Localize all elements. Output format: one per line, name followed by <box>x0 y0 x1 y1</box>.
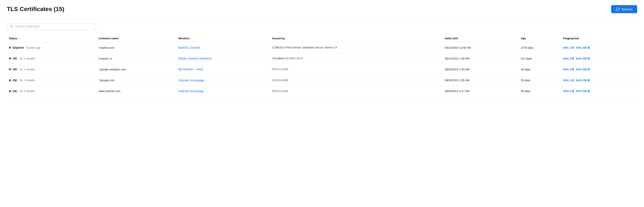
age-cell: 317 days <box>518 53 561 64</box>
sha256-copy-icon[interactable]: ⎘ <box>588 89 590 93</box>
monitor-link[interactable]: BadSSL Expired <box>178 46 200 49</box>
table-header-row: Status ↑ Common name Monitors Issued by … <box>7 34 637 42</box>
valid-until-cell: 08/30/2021 2:35 AM <box>442 75 518 86</box>
col-age: Age <box>518 34 561 42</box>
sha1-copy-icon[interactable]: ⎘ <box>572 57 574 60</box>
header-row: TLS Certificates (15) Refresh <box>7 5 637 13</box>
issued-by-cell: GTS CA 1O1 <box>270 75 442 86</box>
age-cell: 28 days <box>518 64 561 75</box>
monitor-link[interactable]: Android Homepage <box>178 89 204 93</box>
status-time: 6 years ago <box>26 46 40 49</box>
sha256-label: SHA 256 <box>576 46 587 49</box>
issued-by-cell: Cloudflare Inc ECC CA-3 <box>270 53 442 64</box>
sha1-label: SHA 1 <box>563 79 571 82</box>
sha256-label: SHA 256 <box>576 68 587 71</box>
certificates-table-container: Status ↑ Common name Monitors Issued by … <box>7 34 637 97</box>
col-fingerprints: Fingerprints <box>561 34 637 42</box>
col-issued-by: Issued by <box>270 34 442 42</box>
refresh-button[interactable]: Refresh <box>611 5 637 13</box>
fingerprint-cell: SHA 1 ⎘ SHA 256 ⎘ <box>563 79 635 82</box>
sha256-link[interactable]: SHA 256 ⎘ <box>576 57 589 60</box>
status-cell: OK for 2 months <box>9 89 94 93</box>
col-monitors: Monitors <box>176 34 270 42</box>
valid-until-cell: 04/13/2015 12:59 AM <box>442 42 518 53</box>
sha1-link[interactable]: SHA 1 ⎘ <box>563 79 574 82</box>
certificates-table: Status ↑ Common name Monitors Issued by … <box>7 34 637 97</box>
sha256-copy-icon[interactable]: ⎘ <box>588 46 590 49</box>
page-container: TLS Certificates (15) Refresh <box>0 0 644 102</box>
sha256-label: SHA 256 <box>576 57 587 60</box>
common-name-cell: *.google.com <box>96 75 176 86</box>
sha1-link[interactable]: SHA 1 ⎘ <box>563 46 574 49</box>
sha1-copy-icon[interactable]: ⎘ <box>572 46 574 49</box>
sha256-copy-icon[interactable]: ⎘ <box>588 68 590 71</box>
monitor-link[interactable]: Youtube Homepage <box>178 79 204 82</box>
status-time: for 2 months <box>20 68 35 71</box>
sha1-link[interactable]: SHA 1 ⎘ <box>563 57 574 60</box>
sha1-label: SHA 1 <box>563 46 571 49</box>
table-row: OK for 2 months *.google.comYoutube Home… <box>7 75 637 86</box>
status-label: OK <box>13 68 17 71</box>
sha256-link[interactable]: SHA 256 ⎘ <box>576 79 589 82</box>
status-dot <box>9 68 11 70</box>
sha1-copy-icon[interactable]: ⎘ <box>572 68 574 71</box>
status-cell: OK for 2 months <box>9 68 94 71</box>
sha256-copy-icon[interactable]: ⎘ <box>588 79 590 82</box>
sha1-link[interactable]: SHA 1 ⎘ <box>563 89 574 93</box>
sha1-label: SHA 1 <box>563 68 571 71</box>
issued-by-cell: COMODO RSA Domain Validation Secure Serv… <box>270 42 442 53</box>
fingerprint-cell: SHA 1 ⎘ SHA 256 ⎘ <box>563 46 635 49</box>
search-wrapper <box>7 23 96 30</box>
monitor-link[interactable]: Elastic Investor Relations <box>178 57 212 60</box>
col-status[interactable]: Status ↑ <box>7 34 96 42</box>
age-cell: 28 days <box>518 86 561 96</box>
sha1-copy-icon[interactable]: ⎘ <box>572 79 574 82</box>
status-label: OK <box>13 79 17 82</box>
search-input[interactable] <box>15 25 93 28</box>
sha256-label: SHA 256 <box>576 79 587 82</box>
status-label: OK <box>13 89 17 93</box>
sha256-link[interactable]: SHA 256 ⎘ <box>576 89 589 93</box>
fingerprint-cell: SHA 1 ⎘ SHA 256 ⎘ <box>563 68 635 71</box>
status-time: for 2 months <box>20 57 35 60</box>
status-label: OK <box>13 57 17 60</box>
issued-by-cell: GTS CA 1O1 <box>270 64 442 75</box>
status-cell: Expired 6 years ago <box>9 46 94 49</box>
sha1-label: SHA 1 <box>563 89 571 93</box>
status-cell: OK for 2 months <box>9 79 94 82</box>
valid-until-sort-icon: ↑ <box>459 37 460 40</box>
sha1-copy-icon[interactable]: ⎘ <box>572 89 574 93</box>
sha256-copy-icon[interactable]: ⎘ <box>588 57 590 60</box>
valid-until-cell: 08/30/2021 4:17 AM <box>442 86 518 96</box>
sha1-link[interactable]: SHA 1 ⎘ <box>563 68 574 71</box>
table-row: OK for 2 months ir.elastic.coElastic Inv… <box>7 53 637 64</box>
common-name-cell: www.android.com <box>96 86 176 96</box>
sha256-link[interactable]: SHA 256 ⎘ <box>576 46 589 49</box>
sha256-link[interactable]: SHA 256 ⎘ <box>576 68 589 71</box>
col-valid-until[interactable]: Valid until ↑ <box>442 34 518 42</box>
refresh-icon <box>616 7 620 11</box>
status-time: for 2 months <box>20 89 35 93</box>
sha1-label: SHA 1 <box>563 57 571 60</box>
issued-by-cell: GTS CA 1O1 <box>270 86 442 96</box>
monitor-link[interactable]: My Monitor – inline <box>178 68 203 71</box>
status-label: Expired <box>13 46 24 49</box>
status-sort-icon: ↑ <box>19 37 20 40</box>
svg-line-1 <box>12 27 13 28</box>
status-dot <box>9 57 11 60</box>
age-cell: 28 days <box>518 75 561 86</box>
sha256-label: SHA 256 <box>576 89 587 93</box>
fingerprint-cell: SHA 1 ⎘ SHA 256 ⎘ <box>563 89 635 93</box>
table-row: Expired 6 years ago *.badssl.comBadSSL E… <box>7 42 637 53</box>
status-dot <box>9 79 11 81</box>
table-row: OK for 2 months www.android.comAndroid H… <box>7 86 637 96</box>
search-icon <box>10 25 13 28</box>
col-common-name: Common name <box>96 34 176 42</box>
age-cell: 2279 days <box>518 42 561 53</box>
common-name-cell: *.badssl.com <box>96 42 176 53</box>
status-cell: OK for 2 months <box>9 57 94 60</box>
table-row: OK for 2 months *.google-analytics.comMy… <box>7 64 637 75</box>
fingerprint-cell: SHA 1 ⎘ SHA 256 ⎘ <box>563 57 635 60</box>
page-title: TLS Certificates (15) <box>7 6 64 13</box>
status-time: for 2 months <box>20 79 35 82</box>
